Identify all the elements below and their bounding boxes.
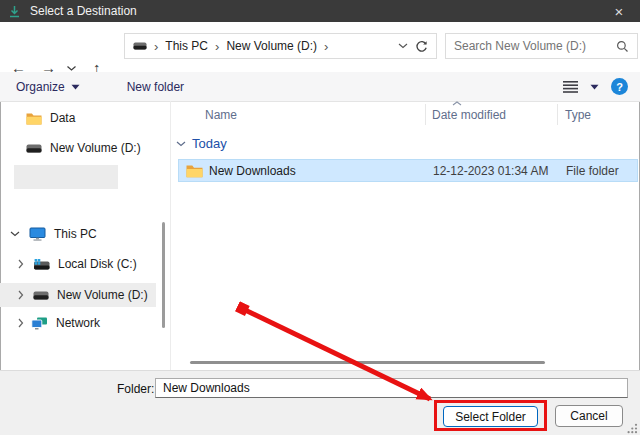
sidebar-item-this-pc[interactable]: This PC xyxy=(10,224,97,244)
cancel-button[interactable]: Cancel xyxy=(555,405,623,427)
window-title: Select a Destination xyxy=(30,4,137,18)
search-box[interactable] xyxy=(445,33,638,59)
address-dropdown-chevron-icon[interactable] xyxy=(398,43,408,49)
sidebar-item-label: New Volume (D:) xyxy=(50,141,141,155)
sidebar-item-local-disk-c[interactable]: Local Disk (C:) xyxy=(18,254,137,274)
sidebar-scrollbar[interactable] xyxy=(162,222,165,328)
breadcrumb-separator: › xyxy=(324,40,328,53)
column-header-type[interactable]: Type xyxy=(565,108,591,122)
breadcrumb-this-pc[interactable]: This PC xyxy=(165,39,208,53)
drive-icon xyxy=(26,144,42,153)
sidebar-item-new-volume-d[interactable]: New Volume (D:) xyxy=(0,283,156,307)
expand-chevron-right-icon[interactable] xyxy=(18,290,24,300)
folder-name-input[interactable] xyxy=(155,378,628,398)
file-name: New Downloads xyxy=(209,164,296,178)
select-destination-dialog: Select a Destination × ← → ↑ › This PC ›… xyxy=(0,0,640,435)
expand-chevron-right-icon[interactable] xyxy=(18,318,24,328)
title-bar: Select a Destination × xyxy=(0,0,640,22)
sidebar-item-label: This PC xyxy=(54,227,97,241)
download-icon xyxy=(8,5,21,18)
group-header-today[interactable]: Today xyxy=(176,136,227,151)
group-collapse-chevron-icon xyxy=(176,141,186,147)
horizontal-scrollbar[interactable] xyxy=(190,361,545,364)
cancel-label: Cancel xyxy=(570,409,607,423)
sidebar-item-label: New Volume (D:) xyxy=(57,288,148,302)
this-pc-icon xyxy=(29,227,46,241)
new-folder-button[interactable]: New folder xyxy=(127,80,184,94)
sidebar-item-network[interactable]: Network xyxy=(18,313,100,333)
breadcrumb-new-volume[interactable]: New Volume (D:) xyxy=(226,39,317,53)
network-icon xyxy=(31,317,48,330)
sidebar-item-label: Network xyxy=(56,316,100,330)
sidebar-item-redacted[interactable] xyxy=(14,165,118,189)
column-header-date-modified[interactable]: Date modified xyxy=(432,108,506,122)
recent-locations-chevron-icon[interactable] xyxy=(66,65,77,72)
breadcrumb-separator: › xyxy=(154,40,158,53)
file-type: File folder xyxy=(566,164,619,178)
command-toolbar: Organize New folder ? xyxy=(0,72,640,102)
location-drive-icon xyxy=(133,42,147,50)
organize-label: Organize xyxy=(16,80,65,94)
breadcrumb-separator: › xyxy=(215,40,219,53)
os-drive-icon xyxy=(33,259,50,270)
sidebar-item-label: Data xyxy=(50,111,75,125)
drive-icon xyxy=(33,291,49,300)
folder-icon xyxy=(26,112,42,125)
sidebar-item-data[interactable]: Data xyxy=(26,108,75,128)
search-icon xyxy=(616,40,629,53)
list-view-icon[interactable] xyxy=(563,81,578,93)
pane-divider xyxy=(170,101,171,370)
help-icon[interactable]: ? xyxy=(611,78,628,95)
expand-chevron-down-icon[interactable] xyxy=(10,231,20,237)
organize-button[interactable]: Organize xyxy=(16,80,80,94)
file-date-modified: 12-12-2023 01:34 AM xyxy=(433,164,548,178)
expand-chevron-right-icon[interactable] xyxy=(18,259,24,269)
toolbar-right-group: ? xyxy=(563,78,628,95)
sidebar-item-label: Local Disk (C:) xyxy=(58,257,137,271)
file-row-new-downloads[interactable]: New Downloads 12-12-2023 01:34 AM File f… xyxy=(178,159,638,182)
new-folder-label: New folder xyxy=(127,80,184,94)
dialog-footer: Folder: Select Folder Cancel xyxy=(0,370,640,435)
refresh-icon[interactable] xyxy=(415,40,428,53)
search-input[interactable] xyxy=(454,39,616,53)
sort-chevron-icon xyxy=(452,101,462,106)
close-icon[interactable]: × xyxy=(598,0,640,22)
column-divider[interactable] xyxy=(557,104,558,125)
column-divider[interactable] xyxy=(425,104,426,125)
annotation-highlight-box xyxy=(434,400,547,431)
navigation-bar: ← → ↑ › This PC › New Volume (D:) › xyxy=(0,22,640,72)
column-header-name[interactable]: Name xyxy=(205,108,237,122)
organize-dropdown-icon xyxy=(71,84,80,90)
sidebar-item-new-volume-top[interactable]: New Volume (D:) xyxy=(26,138,141,158)
group-label: Today xyxy=(192,136,227,151)
folder-label: Folder: xyxy=(117,382,154,396)
address-bar[interactable]: › This PC › New Volume (D:) › xyxy=(124,33,437,59)
folder-icon xyxy=(186,164,203,178)
resize-grip[interactable] xyxy=(627,423,638,434)
view-options-chevron-icon[interactable] xyxy=(590,84,599,90)
